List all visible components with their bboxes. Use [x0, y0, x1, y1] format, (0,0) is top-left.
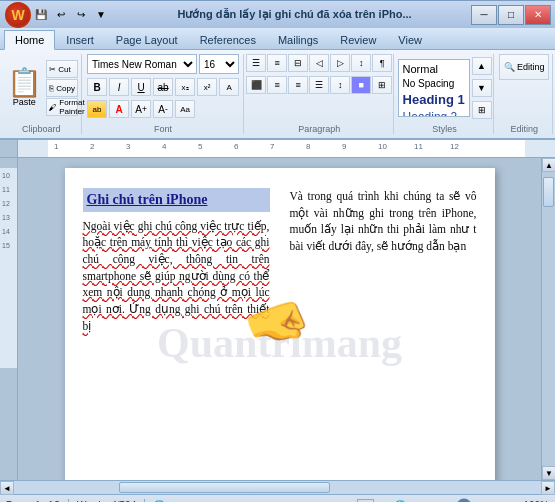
close-button[interactable]: ✕: [525, 5, 551, 25]
change-case-button[interactable]: Aa: [175, 100, 195, 118]
align-right-button[interactable]: ≡: [288, 76, 308, 94]
ruler-mark-11: 11: [414, 142, 423, 151]
shading-button[interactable]: ■: [351, 76, 371, 94]
save-button[interactable]: 💾: [32, 6, 50, 24]
horizontal-ruler: 1 2 3 4 5 6 7 8 9 10 11 12: [0, 140, 555, 158]
ruler-mark-4: 4: [162, 142, 166, 151]
ruler-mark-6: 6: [234, 142, 238, 151]
scroll-up-button[interactable]: ▲: [542, 158, 555, 172]
hscroll-left-button[interactable]: ◄: [0, 481, 14, 495]
font-color-button[interactable]: A: [109, 100, 129, 118]
status-sep-2: [144, 499, 145, 503]
tab-page-layout[interactable]: Page Layout: [105, 29, 189, 49]
clear-format-button[interactable]: A: [219, 78, 239, 96]
scroll-down-button[interactable]: ▼: [542, 466, 555, 480]
find-label: Editing: [517, 62, 545, 72]
format-painter-icon: 🖌: [49, 103, 57, 112]
scroll-thumb[interactable]: [543, 177, 554, 207]
styles-up-button[interactable]: ▲: [472, 57, 492, 75]
strikethrough-button[interactable]: ab: [153, 78, 173, 96]
font-size-decrease-button[interactable]: A-: [153, 100, 173, 118]
decrease-indent-button[interactable]: ◁: [309, 54, 329, 72]
office-button[interactable]: W: [5, 2, 31, 28]
styles-group-content: Normal No Spacing Heading 1 Heading 2 ▲ …: [398, 54, 492, 122]
document-page[interactable]: Quantrimang Ghi chú trên iPhone Ngoài vi…: [65, 168, 495, 480]
tab-review[interactable]: Review: [329, 29, 387, 49]
sort-button[interactable]: ↕: [351, 54, 371, 72]
font-size-increase-button[interactable]: A+: [131, 100, 151, 118]
line-spacing-button[interactable]: ↕: [330, 76, 350, 94]
increase-indent-button[interactable]: ▷: [330, 54, 350, 72]
paragraph-group: ☰ ≡ ⊟ ◁ ▷ ↕ ¶ ⬛ ≡ ≡ ☰ ↕ ■ ⊞ Paragraph: [246, 54, 394, 134]
cut-icon: ✂: [49, 65, 56, 74]
font-group-content: Times New Roman 16 B I U ab x₂ x² A ab A…: [87, 54, 239, 122]
document-paragraph2[interactable]: Và trong quá trình khi chúng ta sẽ vô mộ…: [290, 188, 477, 255]
border-button[interactable]: ⊞: [372, 76, 392, 94]
font-size-select[interactable]: 16: [199, 54, 239, 74]
status-sep-1: [68, 499, 69, 503]
underline-button[interactable]: U: [131, 78, 151, 96]
quick-access-dropdown[interactable]: ▼: [92, 6, 110, 24]
style-no-spacing[interactable]: No Spacing: [401, 77, 467, 90]
page-area: Quantrimang Ghi chú trên iPhone Ngoài vi…: [18, 158, 541, 480]
vertical-ruler-page-area: [0, 168, 17, 368]
vruler-15: 15: [2, 242, 10, 249]
font-name-select[interactable]: Times New Roman: [87, 54, 197, 74]
tab-view[interactable]: View: [387, 29, 433, 49]
hscroll-track[interactable]: [14, 481, 541, 494]
justify-button[interactable]: ☰: [309, 76, 329, 94]
left-column-content: Ghi chú trên iPhone Ngoài việc ghi chú c…: [83, 188, 270, 334]
undo-button[interactable]: ↩: [52, 6, 70, 24]
tab-insert[interactable]: Insert: [55, 29, 105, 49]
show-formatting-button[interactable]: ¶: [372, 54, 392, 72]
tab-references[interactable]: References: [189, 29, 267, 49]
document-area: 10 11 12 13 14 15 Quantrimang Ghi chú tr…: [0, 158, 555, 480]
font-style-row: ab A A+ A- Aa: [87, 100, 195, 118]
scroll-track[interactable]: [542, 172, 555, 466]
font-row1: Times New Roman 16: [87, 54, 239, 74]
style-heading2[interactable]: Heading 2: [401, 109, 467, 117]
align-center-button[interactable]: ≡: [267, 76, 287, 94]
cut-button[interactable]: ✂ Cut: [46, 60, 78, 78]
subscript-button[interactable]: x₂: [175, 78, 195, 96]
styles-label: Styles: [432, 122, 457, 134]
bold-button[interactable]: B: [87, 78, 107, 96]
tab-home[interactable]: Home: [4, 30, 55, 50]
clipboard-label: Clipboard: [22, 122, 61, 134]
document-heading: Ghi chú trên iPhone: [83, 188, 270, 212]
editing-label: Editing: [510, 122, 538, 134]
styles-down-button[interactable]: ▼: [472, 79, 492, 97]
ruler-mark-12: 12: [450, 142, 459, 151]
styles-gallery: Normal No Spacing Heading 1 Heading 2: [398, 59, 470, 117]
ribbon: 📋 Paste ✂ Cut ⎘ Copy 🖌 Format Painter Cl…: [0, 50, 555, 140]
paste-button[interactable]: 📋 Paste: [4, 59, 44, 117]
align-left-button[interactable]: ⬛: [246, 76, 266, 94]
minimize-button[interactable]: ─: [471, 5, 497, 25]
copy-button[interactable]: ⎘ Copy: [46, 79, 78, 97]
tab-mailings[interactable]: Mailings: [267, 29, 329, 49]
find-icon: 🔍: [504, 62, 515, 72]
font-group: Times New Roman 16 B I U ab x₂ x² A ab A…: [84, 54, 244, 134]
maximize-button[interactable]: □: [498, 5, 524, 25]
superscript-button[interactable]: x²: [197, 78, 217, 96]
ruler-mark-7: 7: [270, 142, 274, 151]
bullets-button[interactable]: ☰: [246, 54, 266, 72]
font-label: Font: [154, 122, 172, 134]
para-align-row: ⬛ ≡ ≡ ☰ ↕ ■ ⊞: [246, 76, 392, 94]
text-highlight-button[interactable]: ab: [87, 100, 107, 118]
format-painter-button[interactable]: 🖌 Format Painter: [46, 98, 78, 116]
numbering-button[interactable]: ≡: [267, 54, 287, 72]
find-button[interactable]: 🔍 Editing: [499, 54, 549, 80]
redo-button[interactable]: ↪: [72, 6, 90, 24]
right-column-content: Và trong quá trình khi chúng ta sẽ vô mộ…: [290, 188, 477, 255]
ruler-mark-1: 1: [54, 142, 58, 151]
styles-more-button[interactable]: ⊞: [472, 101, 492, 119]
hscroll-right-button[interactable]: ►: [541, 481, 555, 495]
italic-button[interactable]: I: [109, 78, 129, 96]
style-heading1[interactable]: Heading 1: [401, 91, 467, 108]
ruler-mark-2: 2: [90, 142, 94, 151]
multilevel-button[interactable]: ⊟: [288, 54, 308, 72]
style-normal[interactable]: Normal: [401, 62, 467, 76]
hscroll-thumb[interactable]: [119, 482, 330, 493]
document-paragraph1[interactable]: Ngoài việc ghi chú công việc trực tiếp, …: [83, 218, 270, 335]
